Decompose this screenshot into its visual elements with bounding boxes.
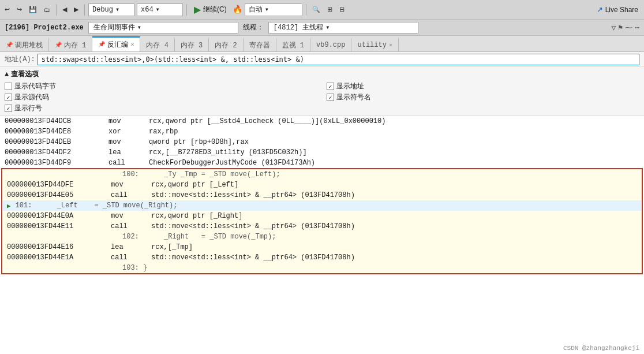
tab-vb9[interactable]: vb9.cpp <box>310 38 351 51</box>
lifecycle-label: 生命周期事件 <box>93 23 135 32</box>
operand: rcx,[_Tmp] <box>151 243 193 251</box>
source-text: 102: _Right = _STD move(_Tmp); <box>111 233 276 241</box>
sep4 <box>306 4 306 16</box>
tab-registers[interactable]: 寄存器 <box>244 38 276 51</box>
source-line-103[interactable]: 103: } <box>2 263 642 273</box>
tab-memory2-label: 内存 2 <box>215 40 237 50</box>
addr: 000000013FD44E1A <box>7 254 111 262</box>
checkbox-show-address[interactable] <box>327 83 334 90</box>
redo-button[interactable]: ↪ <box>14 5 24 14</box>
tab-disasm-label: 反汇编 <box>107 40 128 50</box>
option-show-source[interactable]: 显示源代码 <box>5 92 317 102</box>
tab-utility-label: utility <box>357 41 386 49</box>
disasm-area[interactable]: 000000013FD44DCB mov rcx,qword ptr [__Ss… <box>0 116 644 354</box>
tab-memory4[interactable]: 内存 4 <box>140 38 174 51</box>
liveshare-button[interactable]: ↗ Live Share <box>593 4 642 15</box>
tab-callstack[interactable]: 📌 调用堆栈 <box>0 38 49 51</box>
grid-button[interactable]: ⊞ <box>325 5 335 14</box>
tab-callstack-pin: 📌 <box>6 42 13 49</box>
tab-utility-close[interactable]: ✕ <box>389 42 392 49</box>
addr: 000000013FD44DF2 <box>5 148 108 156</box>
source-line-101[interactable]: ▶ 101: _Left = _STD move(_Right); <box>2 200 642 211</box>
undo-button[interactable]: ↩ <box>2 5 12 14</box>
tab-watch1-label: 监视 1 <box>282 40 304 50</box>
op: call <box>111 191 151 199</box>
tab-memory1-pin: 📌 <box>55 42 62 49</box>
forward-button[interactable]: ▶ <box>72 5 81 14</box>
source-text: 101: _Left = _STD move(_Right); <box>13 202 178 210</box>
addr: 000000013FD44DF9 <box>5 159 108 167</box>
option-show-symbols-label: 显示符号名 <box>336 92 371 102</box>
source-line-102[interactable]: 102: _Right = _STD move(_Tmp); <box>2 232 642 242</box>
options-title: 查看选项 <box>11 69 39 79</box>
option-show-address-label: 显示地址 <box>336 81 364 91</box>
tab-memory3[interactable]: 内存 3 <box>175 38 209 51</box>
addr: 000000013FD44DCB <box>5 117 108 125</box>
thread-dropdown[interactable]: [4812] 主线程 ▾ <box>268 22 418 33</box>
op: call <box>111 222 151 230</box>
disasm-row[interactable]: 000000013FD44E05 call std::move<std::les… <box>2 190 642 200</box>
op: mov <box>111 212 151 220</box>
search-button[interactable]: 🔍 <box>310 5 323 14</box>
filter-icons: ▽ ⚑ ⁓ ⋯ <box>612 23 639 32</box>
option-show-address[interactable]: 显示地址 <box>327 81 639 91</box>
auto-dropdown[interactable]: 自动 ▾ <box>245 3 302 16</box>
disasm-row[interactable]: 000000013FD44DCB mov rcx,qword ptr [__Ss… <box>0 116 644 126</box>
thread-label: 线程： <box>243 23 264 32</box>
option-show-symbols[interactable]: 显示符号名 <box>327 92 639 102</box>
tab-disasm-pin: 📌 <box>98 41 105 48</box>
checkbox-show-symbols[interactable] <box>327 94 334 101</box>
play-icon: ▶ <box>194 4 201 15</box>
zoom-icon[interactable]: ⁓ <box>625 23 632 32</box>
op: xor <box>108 128 149 136</box>
more-icon[interactable]: ⋯ <box>635 23 639 32</box>
highlighted-block: 100: _Ty _Tmp = _STD move(_Left); 000000… <box>1 168 643 274</box>
option-show-lines[interactable]: 显示行号 <box>5 103 317 113</box>
disasm-row[interactable]: 000000013FD44E0A mov rcx,qword ptr [_Rig… <box>2 211 642 221</box>
disasm-row[interactable]: 000000013FD44E16 lea rcx,[_Tmp] <box>2 242 642 252</box>
tab-watch1[interactable]: 监视 1 <box>276 38 310 51</box>
op: mov <box>108 138 149 146</box>
disasm-row[interactable]: 000000013FD44E1A call std::move<std::les… <box>2 252 642 263</box>
address-bar: 地址(A): <box>0 52 644 67</box>
tab-vb9-label: vb9.cpp <box>316 41 345 49</box>
tab-bar: 📌 调用堆栈 📌 内存 1 📌 反汇编 ✕ 内存 4 内存 3 内存 2 寄存器… <box>0 36 644 52</box>
save-all-button[interactable]: 🗂 <box>42 5 53 14</box>
checkbox-show-source[interactable] <box>5 94 12 101</box>
lifecycle-dropdown[interactable]: 生命周期事件 ▾ <box>88 22 238 33</box>
flag-icon[interactable]: ⚑ <box>618 23 623 32</box>
tab-memory1[interactable]: 📌 内存 1 <box>49 38 92 51</box>
disasm-row[interactable]: 000000013FD44DE8 xor rax,rbp <box>0 126 644 137</box>
option-show-lines-label: 显示行号 <box>14 103 42 113</box>
op: lea <box>108 148 149 156</box>
arch-dropdown[interactable]: x64 ▾ <box>137 3 183 16</box>
address-input[interactable] <box>38 54 639 65</box>
option-show-bytes[interactable]: 显示代码字节 <box>5 81 317 91</box>
disasm-row[interactable]: 000000013FD44DF2 lea rcx,[__B7278ED3_uti… <box>0 147 644 158</box>
continue-button[interactable]: ▶ 继续(C) <box>190 3 230 16</box>
continue-label: 继续(C) <box>203 5 227 14</box>
tab-memory2[interactable]: 内存 2 <box>209 38 243 51</box>
tab-utility[interactable]: utility ✕ <box>351 38 398 51</box>
filter-icon[interactable]: ▽ <box>612 23 616 32</box>
source-line-100[interactable]: 100: _Ty _Tmp = _STD move(_Left); <box>2 169 642 180</box>
save-button[interactable]: 💾 <box>27 5 39 14</box>
disasm-row[interactable]: 000000013FD44DEB mov qword ptr [rbp+0D8h… <box>0 137 644 147</box>
layout-button[interactable]: ⊟ <box>337 5 347 14</box>
tab-disasm[interactable]: 📌 反汇编 ✕ <box>92 36 140 51</box>
debug-dropdown[interactable]: Debug ▾ <box>88 3 134 16</box>
back-button[interactable]: ◀ <box>60 5 69 14</box>
tab-disasm-close[interactable]: ✕ <box>130 41 134 48</box>
sep2 <box>84 4 85 16</box>
debug-label: Debug <box>92 6 113 14</box>
disasm-row[interactable]: 000000013FD44DF9 call CheckForDebuggerJu… <box>0 158 644 168</box>
checkbox-show-bytes[interactable] <box>5 83 12 90</box>
checkbox-show-lines[interactable] <box>5 105 12 112</box>
disasm-row[interactable]: 000000013FD44E11 call std::move<std::les… <box>2 221 642 232</box>
fire-icon: 🔥 <box>233 5 242 14</box>
options-header[interactable]: ▲ 查看选项 <box>5 69 639 79</box>
options-grid: 显示代码字节 显示地址 显示源代码 显示符号名 显示行号 <box>5 81 639 113</box>
liveshare-icon: ↗ <box>597 5 603 14</box>
disasm-row[interactable]: 000000013FD44DFE mov rcx,qword ptr [_Lef… <box>2 180 642 190</box>
addr: 000000013FD44E05 <box>7 191 111 199</box>
